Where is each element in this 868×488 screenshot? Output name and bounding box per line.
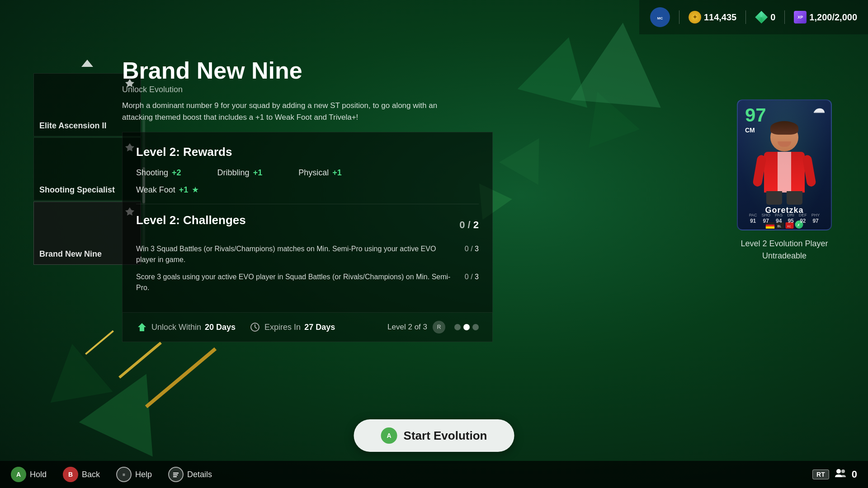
unlock-within-value: 20 Days (205, 323, 236, 332)
hud-divider-2 (745, 10, 746, 24)
challenge-score-total-2: 3 (475, 273, 479, 281)
svg-text:FC: FC (788, 225, 792, 228)
stat-pac: PAC 91 (749, 213, 757, 225)
nav-help[interactable]: ≡ Help (116, 467, 152, 482)
svg-text:BL: BL (778, 225, 782, 228)
player-count-icon (835, 468, 846, 481)
shooting-label: Shooting (136, 168, 168, 178)
weak-foot-value: +1 (179, 185, 189, 195)
player-info-line2: Untradeable (737, 250, 832, 262)
challenge-score-current-2: 0 (465, 273, 469, 281)
challenge-score-1: 0 / 3 (465, 244, 479, 254)
nav-details[interactable]: Details (168, 467, 212, 482)
svg-rect-18 (173, 474, 178, 475)
card-stats: PAC 91 SHO 97 PAS 94 DRI 95 DEF 92 PHY 9… (738, 213, 831, 225)
dot-2 (463, 324, 470, 330)
stat-sho: SHO 97 (761, 213, 770, 225)
nav-hold[interactable]: A Hold (11, 467, 47, 482)
main-content: Brand New Nine Unlock Evolution Morph a … (122, 59, 493, 342)
stat-dri: DRI 95 (787, 213, 794, 225)
unlock-within-label: Unlock Within (151, 323, 201, 332)
shooting-value: +2 (172, 168, 181, 178)
dribbling-label: Dribbling (217, 168, 250, 178)
bottom-nav: A Hold B Back ≡ Help Details RT (0, 461, 868, 488)
svg-line-9 (255, 327, 257, 328)
dot-3 (472, 324, 479, 330)
xp-item: XP 1,200/2,000 (794, 11, 857, 23)
svg-point-20 (836, 469, 841, 474)
sidebar-item-shooting-label: Shooting Specialist (39, 185, 115, 195)
challenge-progress: 0 / 2 (459, 219, 479, 231)
level-info: Level 2 of 3 (387, 323, 427, 332)
weak-foot-label: Weak Foot (136, 185, 175, 195)
rewards-grid: Shooting +2 Dribbling +1 Physical +1 (136, 168, 479, 178)
reward-dribbling: Dribbling +1 (217, 168, 263, 178)
weak-foot-row: Weak Foot +1 ★ (136, 185, 479, 195)
svg-text:MC: MC (657, 16, 663, 20)
xp-icon: XP (794, 11, 807, 23)
venom-icon (755, 11, 768, 23)
sidebar-item-elite-label: Elite Ascension II (39, 121, 106, 131)
challenge-current: 0 (459, 219, 465, 230)
svg-rect-19 (173, 476, 177, 477)
nav-btn-b: B (63, 467, 78, 482)
svg-marker-6 (138, 323, 146, 331)
level-nav-label: R (437, 324, 441, 330)
nav-help-label: Help (135, 470, 152, 479)
nav-btn-menu: ≡ (116, 467, 132, 482)
player-info-text: Level 2 Evolution Player Untradeable (737, 238, 832, 262)
challenge-score-total-1: 3 (475, 245, 479, 253)
reward-shooting: Shooting +2 (136, 168, 181, 178)
player-info-line1: Level 2 Evolution Player (737, 238, 832, 250)
dot-1 (454, 324, 461, 330)
challenges-header: Level 2: Challenges 0 / 2 (136, 213, 479, 236)
rewards-panel: Level 2: Rewards Shooting +2 Dribbling +… (122, 132, 493, 313)
svg-rect-17 (173, 473, 179, 474)
rewards-title: Level 2: Rewards (136, 145, 479, 159)
start-button-label: Start Evolution (404, 429, 487, 443)
star-icon: ★ (192, 185, 199, 195)
start-evolution-button[interactable]: A Start Evolution (354, 419, 514, 452)
dribbling-value: +1 (253, 168, 263, 178)
top-hud: MC ✦ 114,435 0 XP 1,200/2,000 (639, 0, 868, 34)
evo-subtitle: Unlock Evolution (122, 85, 493, 94)
level-dots (454, 324, 479, 330)
stat-def: DEF 92 (799, 213, 807, 225)
venom-value: 0 (770, 12, 775, 23)
challenge-score-sep-2: / (471, 273, 475, 281)
footer-left: Unlock Within 20 Days Expires In 27 Days (136, 321, 335, 333)
stat-pas: PAS 94 (775, 213, 783, 225)
physical-value: +1 (332, 168, 342, 178)
evo-description: Morph a dominant number 9 for your squad… (122, 100, 461, 123)
nav-back[interactable]: B Back (63, 467, 100, 482)
hud-divider-3 (784, 10, 785, 24)
sidebar-item-bnn-label: Brand New Nine (39, 249, 102, 259)
challenges-title: Level 2: Challenges (136, 213, 246, 227)
nav-btn-a: A (11, 467, 26, 482)
club-badge: MC (650, 7, 670, 27)
level-nav-icon[interactable]: R (433, 321, 445, 333)
challenge-item-2: Score 3 goals using your active EVO play… (136, 272, 479, 293)
card-position: CM (745, 127, 755, 134)
challenge-score-sep-1: / (471, 245, 475, 253)
footer-right: Level 2 of 3 R (387, 321, 479, 333)
challenge-item-1: Win 3 Squad Battles (or Rivals/Champions… (136, 244, 479, 265)
svg-marker-2 (81, 60, 93, 67)
nav-back-label: Back (82, 470, 100, 479)
panel-divider (136, 204, 479, 204)
player-card: 97 CM Goretzk (737, 99, 832, 230)
evo-title: Brand New Nine (122, 59, 493, 82)
coin-icon: ✦ (689, 11, 701, 23)
bottom-right: RT 0 (812, 461, 857, 488)
challenge-text-2: Score 3 goals using your active EVO play… (136, 272, 456, 293)
unlock-icon (136, 321, 148, 333)
nav-hold-label: Hold (30, 470, 47, 479)
stat-phy: PHY 97 (811, 213, 820, 225)
player-count-value: 0 (852, 469, 857, 480)
panel-footer: Unlock Within 20 Days Expires In 27 Days… (122, 313, 493, 342)
challenge-total: 2 (473, 219, 479, 230)
expires-in-value: 27 Days (304, 323, 335, 332)
rt-label: RT (816, 471, 825, 478)
challenge-sep: / (468, 219, 473, 230)
club-badge-item: MC (650, 7, 670, 27)
